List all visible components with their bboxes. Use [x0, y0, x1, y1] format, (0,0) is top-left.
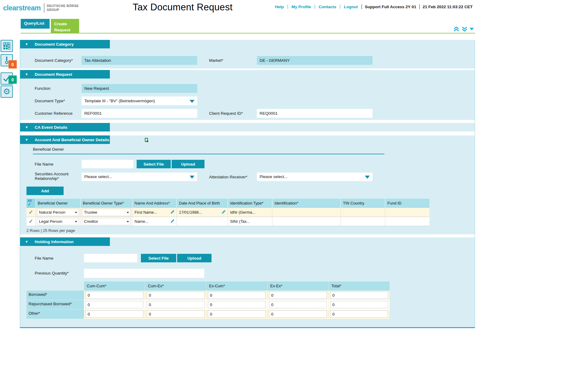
expand-all-icon[interactable] — [453, 26, 460, 32]
customer-reference-label: Customer Reference — [35, 111, 73, 116]
column-header: Total* — [329, 282, 390, 291]
attestation-receiver-dropdown[interactable]: Please select... — [257, 173, 372, 181]
upload-button[interactable]: Upload — [177, 254, 212, 262]
section-header-ca-event-details[interactable]: ▼ CA Event Details — [20, 123, 110, 131]
quantity-input[interactable] — [86, 310, 143, 318]
tab-query-list[interactable]: Query/List — [21, 19, 50, 29]
session-user: Support Full Access 2Y 01 — [362, 5, 419, 9]
row-label: Repurchased Borrowed* — [26, 300, 84, 310]
quantity-input[interactable] — [269, 310, 327, 318]
dropdown-triangle-icon — [190, 100, 194, 103]
file-name-label: File Name — [35, 162, 54, 166]
edit-pencil-icon[interactable] — [221, 210, 226, 215]
table-row: Repurchased Borrowed* — [26, 300, 390, 310]
help-link[interactable]: Help — [271, 5, 288, 9]
section-document-request: ▼ Document Request Function New Request … — [20, 70, 475, 120]
beneficial-owner-type-select[interactable]: Trustee — [82, 209, 131, 216]
attestation-receiver-label: Attestation Receiver* — [209, 175, 247, 179]
table-row: Other* — [26, 310, 390, 319]
tab-bar: Query/List Create Request — [21, 19, 475, 33]
file-name-input[interactable] — [84, 254, 137, 262]
section-header-document-request[interactable]: ▼ Document Request — [20, 70, 110, 79]
edit-pencil-icon[interactable] — [170, 219, 175, 224]
upload-button[interactable]: Upload — [172, 160, 205, 168]
menu-triangle-icon[interactable] — [470, 28, 474, 30]
alerts-count-badge: 0 — [9, 60, 17, 68]
contacts-link[interactable]: Contacts — [315, 5, 340, 9]
quantity-input[interactable] — [208, 310, 266, 318]
row-select[interactable]: ✓ — [26, 217, 36, 226]
checkmark-icon: ✓ — [29, 209, 33, 215]
table-header-row: Cum-Cum* Cum-Ex* Ex-Cum* Ex-Ex* Total* — [26, 282, 390, 291]
request-form: ▼ Document Category Document Category* T… — [20, 40, 475, 328]
chevron-down-icon — [127, 212, 129, 213]
column-header: TIN Country — [341, 199, 385, 208]
identification-type-cell: IdNr (Germa... — [229, 210, 271, 215]
quantity-input[interactable] — [147, 310, 205, 318]
securities-account-relationship-dropdown[interactable]: Please select... — [82, 173, 197, 181]
clearstream-logo: clearstream DEUTSCHE BÖRSE GROUP — [3, 3, 79, 13]
row-select[interactable]: ✓ — [26, 208, 36, 217]
chevron-down-icon — [75, 212, 77, 213]
quantity-input[interactable] — [269, 301, 327, 308]
quantity-input[interactable] — [208, 301, 266, 308]
select-file-button[interactable]: Select File — [141, 254, 176, 262]
apps-grid-button[interactable] — [1, 40, 13, 52]
column-header: Identification Type* — [228, 199, 272, 208]
document-type-dropdown[interactable]: Template III - "BV" (Betriebsvermögen) — [82, 96, 197, 105]
column-header: Cum-Cum* — [84, 282, 145, 291]
beneficial-owner-type-select[interactable]: Creditor — [82, 218, 131, 225]
document-type-label: Document Type* — [35, 99, 65, 103]
quantity-input[interactable] — [86, 292, 143, 299]
previous-quantity-input[interactable] — [84, 269, 204, 278]
table-header-row: All ✓ Beneficial Owner Beneficial Owner … — [26, 199, 429, 208]
quantity-input[interactable] — [330, 301, 388, 308]
tasks-count-badge: 0 — [9, 75, 17, 84]
identification-type-cell: StNr (Tax... — [229, 219, 271, 224]
tab-create-request[interactable]: Create Request — [51, 19, 79, 33]
file-name-input[interactable] — [82, 160, 133, 168]
quantity-input[interactable] — [147, 301, 205, 308]
quantity-input[interactable] — [330, 292, 388, 299]
column-header: Name And Address* — [132, 199, 177, 208]
add-button[interactable]: Add — [26, 187, 64, 195]
page-title: Tax Document Request — [133, 2, 233, 13]
document-category-label: Document Category* — [35, 58, 73, 63]
beneficial-owner-select[interactable]: Legal Person — [37, 218, 79, 225]
quantity-input[interactable] — [147, 292, 205, 299]
collapse-triangle-icon: ▼ — [25, 42, 28, 46]
checkmark-icon: ✓ — [28, 202, 35, 206]
beneficial-owner-select[interactable]: Natural Person — [37, 209, 79, 216]
quantity-input[interactable] — [208, 292, 266, 299]
select-all-header[interactable]: All ✓ — [26, 199, 36, 208]
section-header-document-category[interactable]: ▼ Document Category — [20, 40, 110, 48]
top-nav: Help My Profile Contacts Logout Support … — [271, 4, 476, 9]
market-label: Market* — [209, 58, 223, 63]
client-request-id-label: Client Request ID* — [209, 111, 243, 116]
section-header-account-beneficial-owner[interactable]: ▼ Account And Beneficial Owner Details — [20, 135, 110, 144]
quantity-input[interactable] — [269, 292, 327, 299]
table-row: ✓ Natural Person Trustee First Name... 1… — [26, 208, 429, 217]
collapse-all-icon[interactable] — [461, 26, 468, 32]
collapse-triangle-icon: ▼ — [25, 72, 28, 76]
my-profile-link[interactable]: My Profile — [288, 5, 315, 9]
name-address-cell: First Name... — [134, 210, 170, 215]
group-wordmark: DEUTSCHE BÖRSE GROUP — [47, 4, 79, 12]
column-header: Fund ID — [385, 199, 429, 208]
select-file-button[interactable]: Select File — [137, 160, 171, 168]
quantity-input[interactable] — [330, 310, 388, 318]
customer-reference-input[interactable] — [82, 109, 197, 118]
column-header: Identification* — [272, 199, 341, 208]
name-address-cell: Name... — [134, 219, 170, 224]
edit-pencil-icon[interactable] — [170, 210, 175, 215]
paste-clipboard-icon[interactable] — [145, 138, 148, 142]
client-request-id-input[interactable] — [257, 109, 372, 118]
column-header: Cum-Ex* — [145, 282, 206, 291]
quantity-input[interactable] — [86, 301, 143, 308]
collapse-triangle-icon: ▼ — [25, 240, 28, 243]
settings-button[interactable]: ⚙ — [1, 86, 13, 98]
section-header-holding-information[interactable]: ▼ Holding Information — [20, 237, 110, 246]
chevron-down-icon — [127, 221, 129, 222]
birth-cell: 17/01/1988... — [178, 210, 221, 215]
logout-link[interactable]: Logout — [340, 5, 362, 9]
